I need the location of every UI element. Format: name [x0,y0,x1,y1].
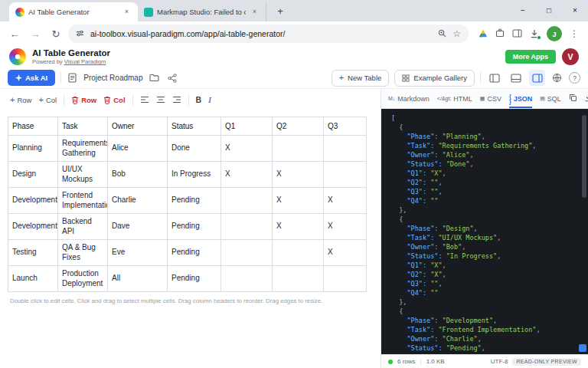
language-globe-icon[interactable] [550,71,564,84]
table-cell[interactable] [324,266,367,292]
column-header[interactable]: Owner [108,117,168,136]
table-cell[interactable]: Bob [108,162,168,188]
column-header[interactable]: Q1 [221,117,273,136]
table-cell[interactable]: Launch [8,266,58,292]
share-icon[interactable] [166,72,178,84]
url-text[interactable]: ai-toolbox.visual-paradigm.com/app/ai-ta… [90,29,432,38]
table-cell[interactable]: UI/UX Mockups [58,162,108,188]
ask-ai-button[interactable]: Ask AI [8,70,55,86]
column-header[interactable]: Q2 [273,117,324,136]
align-left-button[interactable] [140,96,149,104]
table-cell[interactable] [273,136,324,162]
user-avatar[interactable]: V [562,48,579,65]
minimize-button[interactable]: − [510,0,536,20]
download-icon[interactable] [584,94,588,104]
delete-row-button[interactable]: Row [71,96,96,104]
table-cell[interactable]: Development [8,214,58,240]
delete-col-button[interactable]: Col [103,96,125,104]
table-cell[interactable]: Development [8,188,58,214]
copy-icon[interactable] [569,94,577,104]
table-cell[interactable] [273,240,324,266]
tab-html[interactable]: </&gt; HTML [437,89,472,108]
table-cell[interactable]: Charlie [108,188,168,214]
scrollbar-thumb[interactable] [582,115,586,198]
table-cell[interactable]: Alice [108,136,168,162]
align-center-button[interactable] [156,96,165,104]
tab-close-icon[interactable]: × [122,7,132,17]
table-cell[interactable]: Pending [168,266,221,292]
table-cell[interactable]: Production Deployment [58,266,108,292]
table-cell[interactable]: All [108,266,168,292]
address-bar[interactable]: ai-toolbox.visual-paradigm.com/app/ai-ta… [68,25,469,43]
more-apps-button[interactable]: More Apps [505,50,556,64]
table-cell[interactable]: Design [8,162,58,188]
table-cell[interactable]: X [324,240,367,266]
table-cell[interactable]: Pending [168,240,221,266]
new-table-button[interactable]: + New Table [332,70,390,87]
table-cell[interactable] [324,136,367,162]
table-cell[interactable]: Backend API [58,214,108,240]
column-header[interactable]: Status [168,117,221,136]
table-cell[interactable] [221,266,273,292]
browser-tab-ai-table-generator[interactable]: AI Table Generator × [9,2,138,21]
close-button[interactable]: × [562,0,588,20]
table-cell[interactable] [273,266,324,292]
table-cell[interactable] [221,240,273,266]
table-cell[interactable]: Requirements Gathering [58,136,108,162]
table-cell[interactable]: Frontend Implementation [58,188,108,214]
table-cell[interactable]: Testing [8,240,58,266]
site-settings-icon[interactable] [76,27,84,41]
table-cell[interactable] [221,188,273,214]
downloads-icon[interactable] [530,29,539,38]
table-cell[interactable]: Planning [8,136,58,162]
tab-csv[interactable]: ▦ CSV [480,89,501,108]
table-cell[interactable]: Done [168,136,221,162]
table-cell[interactable]: Eve [108,240,168,266]
column-header[interactable]: Phase [8,117,58,136]
layout-right-panel-icon[interactable] [529,70,545,86]
file-name[interactable]: Project Roadmap [83,74,142,82]
help-button[interactable]: ? [569,72,580,84]
maximize-button[interactable]: □ [536,0,562,20]
back-button[interactable]: ← [6,25,23,42]
table-cell[interactable]: X [273,162,324,188]
tab-json[interactable]: { } JSON [509,89,532,108]
table-cell[interactable]: In Progress [168,162,221,188]
extensions-puzzle-icon[interactable] [495,27,505,41]
table-cell[interactable]: Pending [168,214,221,240]
table-cell[interactable]: Dave [108,214,168,240]
table-cell[interactable]: X [221,136,273,162]
scroll-corner-indicator[interactable] [579,344,586,352]
layout-left-panel-icon[interactable] [486,70,502,86]
layout-bottom-panel-icon[interactable] [508,70,524,86]
tab-sql[interactable]: ▤ SQL [540,89,561,108]
bold-button[interactable]: B [196,95,202,104]
new-tab-button[interactable]: + [273,4,288,19]
browser-tab-markmap-studio[interactable]: Markmap Studio: Failed to ope × [138,2,266,21]
add-row-button[interactable]: + Row [10,96,31,104]
side-panel-icon[interactable] [512,27,522,41]
open-folder-icon[interactable] [148,72,161,84]
table-cell[interactable]: X [273,214,324,240]
code-editor[interactable]: [ { "Phase": "Planning", "Task": "Requir… [381,109,588,354]
italic-button[interactable]: I [208,96,211,104]
table-cell[interactable]: QA & Bug Fixes [58,240,108,266]
column-header[interactable]: Task [58,117,108,136]
reload-button[interactable]: ↻ [47,25,64,42]
column-header[interactable]: Q3 [324,117,367,136]
browser-menu-icon[interactable]: ⋮ [570,28,579,39]
visual-paradigm-link[interactable]: Visual Paradigm [64,58,106,65]
example-gallery-button[interactable]: Example Gallery [394,70,475,87]
forward-button[interactable]: → [27,25,44,42]
table-cell[interactable]: Pending [168,188,221,214]
align-right-button[interactable] [172,96,181,104]
table-cell[interactable] [324,162,367,188]
bookmark-star-icon[interactable]: ☆ [452,29,461,38]
table-cell[interactable]: X [273,188,324,214]
drive-extension-icon[interactable] [479,27,488,41]
tab-markdown[interactable]: M↓ Markdown [388,89,430,108]
table-cell[interactable] [221,214,273,240]
add-col-button[interactable]: + Col [38,96,57,104]
tab-close-icon[interactable]: × [250,7,260,17]
table-cell[interactable]: X [324,188,367,214]
